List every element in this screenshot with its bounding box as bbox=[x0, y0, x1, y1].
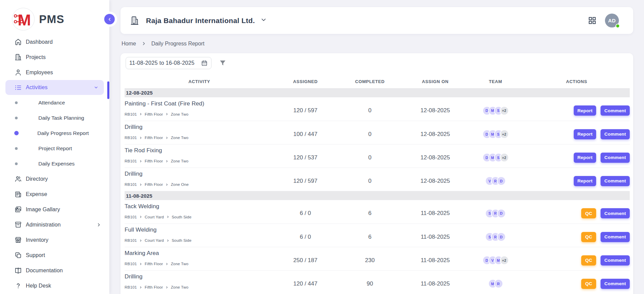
app-root: M PMS DashboardProjectsEmployeesActiviti… bbox=[0, 0, 644, 294]
column-header-activity: ACTIVITY bbox=[125, 79, 274, 84]
sidebar-item-dashboard[interactable]: Dashboard bbox=[0, 34, 109, 50]
calendar-icon bbox=[201, 60, 207, 66]
sidebar-item-help-desk[interactable]: Help Desk bbox=[0, 278, 109, 293]
completed-value: 0 bbox=[337, 151, 403, 161]
team-avatars: SRD bbox=[467, 230, 523, 241]
chevron-right-icon bbox=[166, 239, 169, 242]
sidebar-item-image-gallary[interactable]: Image Gallary bbox=[0, 202, 109, 217]
qc-button[interactable]: QC bbox=[581, 232, 596, 242]
path-segment: Fifth Floor bbox=[145, 136, 163, 140]
column-header-team: TEAM bbox=[467, 79, 523, 84]
chevron-right-icon bbox=[139, 215, 142, 218]
path-segment: RB101 bbox=[125, 136, 137, 140]
qc-button[interactable]: QC bbox=[581, 279, 596, 289]
image-gallery-icon bbox=[14, 206, 22, 213]
sidebar-nav: DashboardProjectsEmployeesActivitiesAtte… bbox=[0, 34, 109, 293]
sidebar-subitem-attendance[interactable]: Attendance bbox=[0, 95, 109, 110]
sidebar-item-employees[interactable]: Employees bbox=[0, 65, 109, 80]
path-segment: Zone Two bbox=[171, 136, 188, 140]
team-extra-count[interactable]: +2 bbox=[500, 130, 508, 138]
sidebar-item-projects[interactable]: Projects bbox=[0, 50, 109, 65]
team-avatars: DMS+2 bbox=[467, 104, 523, 115]
filter-icon[interactable] bbox=[219, 60, 226, 66]
apps-grid-icon[interactable] bbox=[588, 17, 596, 24]
expense-icon bbox=[14, 191, 22, 198]
chevron-right-icon bbox=[165, 160, 168, 163]
documentation-icon bbox=[14, 267, 22, 274]
team-member-avatar[interactable]: D bbox=[497, 233, 505, 241]
activity-location-path: RB101Fifth FloorZone Two bbox=[125, 262, 274, 266]
sidebar-collapse-button[interactable] bbox=[104, 14, 115, 24]
activity-location-path: RB101Court YardSouth Side bbox=[125, 238, 274, 242]
activity-cell: Full WeldingRB101Court YardSouth Side bbox=[125, 227, 274, 244]
logo-icon: M bbox=[12, 8, 35, 31]
comment-button[interactable]: Comment bbox=[601, 105, 630, 116]
report-button[interactable]: Report bbox=[574, 153, 596, 163]
chevron-right-icon bbox=[139, 113, 142, 116]
report-button[interactable]: Report bbox=[574, 105, 596, 116]
assigned-value: 250 / 187 bbox=[274, 254, 337, 264]
sidebar-item-directory[interactable]: Directory bbox=[0, 171, 109, 187]
sidebar-scrollbar-thumb[interactable] bbox=[107, 81, 109, 99]
report-button[interactable]: Report bbox=[574, 176, 596, 186]
chevron-right-icon bbox=[139, 286, 142, 289]
activity-location-path: RB101Court YardSouth Side bbox=[125, 215, 274, 219]
team-member-avatar[interactable]: D bbox=[497, 177, 505, 185]
table-row: DrillingRB101Fifth FloorZone One120 / 59… bbox=[125, 168, 630, 191]
comment-button[interactable]: Comment bbox=[601, 129, 630, 139]
sidebar-item-support[interactable]: Support bbox=[0, 248, 109, 263]
qc-button[interactable]: QC bbox=[581, 208, 596, 218]
sidebar-subitem-project-report[interactable]: Project Report bbox=[0, 141, 109, 156]
comment-button[interactable]: Comment bbox=[601, 232, 630, 242]
activity-cell: DrillingRB101Fifth FloorZone Two bbox=[125, 273, 274, 291]
sidebar-subitem-daily-expenses[interactable]: Daily Expenses bbox=[0, 156, 109, 171]
path-segment: RB101 bbox=[125, 262, 137, 266]
activity-title: Drilling bbox=[125, 171, 274, 177]
assigned-value: 120 / 597 bbox=[274, 175, 337, 184]
date-group-header: 12-08-2025 bbox=[125, 88, 630, 97]
team-extra-count[interactable]: +2 bbox=[500, 107, 508, 115]
sidebar-item-expense[interactable]: Expense bbox=[0, 187, 109, 202]
activity-title: Drilling bbox=[125, 124, 274, 131]
table-header: ACTIVITYASSIGNEDCOMPLETEDASSIGN ONTEAMAC… bbox=[125, 75, 630, 88]
date-range-input[interactable]: 11-08-2025 to 16-08-2025 bbox=[126, 57, 211, 69]
sidebar-subitem-label: Daily Expenses bbox=[20, 161, 75, 167]
qc-button[interactable]: QC bbox=[581, 255, 596, 266]
activity-title: Painting - First Coat (Fire Red) bbox=[125, 100, 274, 107]
breadcrumb: Home Daily Progress Report bbox=[121, 34, 633, 53]
table-row: Marking AreaRB101Fifth FloorZone Two250 … bbox=[125, 247, 630, 270]
team-extra-count[interactable]: +2 bbox=[500, 154, 508, 161]
comment-button[interactable]: Comment bbox=[601, 279, 630, 289]
company-selector[interactable]: Raja Bahadur International Ltd. bbox=[131, 16, 266, 25]
team-member-avatar[interactable]: R bbox=[495, 280, 502, 288]
comment-button[interactable]: Comment bbox=[601, 255, 630, 266]
activity-cell: Marking AreaRB101Fifth FloorZone Two bbox=[125, 250, 274, 268]
team-extra-count[interactable]: +2 bbox=[500, 256, 508, 264]
sidebar-item-inventory[interactable]: Inventory bbox=[0, 232, 109, 248]
sidebar-subitem-label: Project Report bbox=[20, 145, 72, 152]
team-member-avatar[interactable]: D bbox=[497, 210, 505, 217]
path-segment: RB101 bbox=[125, 285, 137, 289]
sidebar-item-administration[interactable]: Administration bbox=[0, 217, 109, 232]
filter-row: 11-08-2025 to 16-08-2025 bbox=[125, 57, 630, 69]
path-segment: RB101 bbox=[125, 112, 137, 116]
comment-button[interactable]: Comment bbox=[601, 208, 630, 218]
path-segment: Fifth Floor bbox=[145, 112, 163, 116]
activity-cell: DrillingRB101Fifth FloorZone One bbox=[125, 171, 274, 188]
sidebar-item-documentation[interactable]: Documentation bbox=[0, 263, 109, 278]
sidebar-subitem-label: Attendance bbox=[20, 100, 65, 106]
sidebar-subitem-daily-progress-report[interactable]: Daily Progress Report bbox=[0, 125, 109, 141]
sidebar-subitem-daily-task-planning[interactable]: Daily Task Planning bbox=[0, 110, 109, 125]
activity-location-path: RB101Fifth FloorZone Two bbox=[125, 285, 274, 289]
comment-button[interactable]: Comment bbox=[601, 176, 630, 186]
sidebar-item-activities[interactable]: Activities bbox=[5, 80, 104, 95]
breadcrumb-home[interactable]: Home bbox=[122, 41, 136, 47]
assign-on-value: 12-08-2025 bbox=[403, 128, 467, 138]
team-avatars: DMS+2 bbox=[467, 151, 523, 161]
sidebar-item-label: Support bbox=[26, 252, 101, 258]
comment-button[interactable]: Comment bbox=[601, 153, 630, 163]
chevron-right-icon bbox=[165, 113, 168, 116]
actions-cell: ReportComment bbox=[523, 173, 630, 186]
report-button[interactable]: Report bbox=[574, 129, 596, 139]
user-avatar[interactable]: AD bbox=[605, 14, 619, 27]
